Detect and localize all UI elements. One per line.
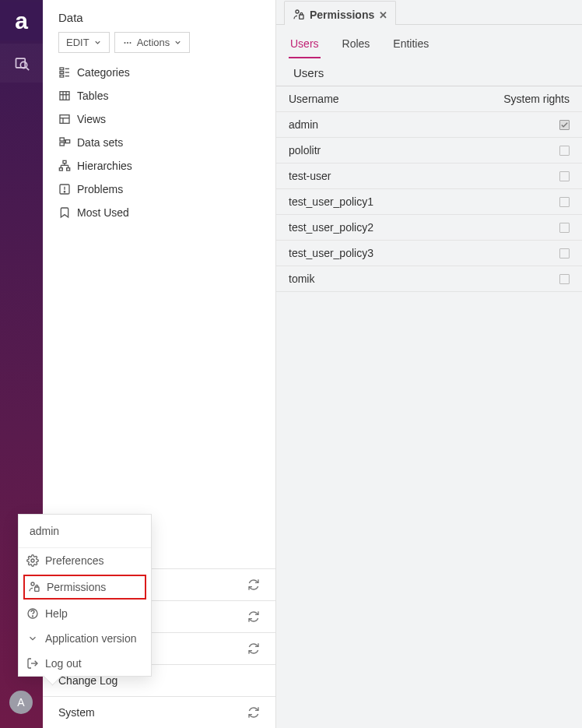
refresh-icon[interactable]	[247, 610, 260, 623]
sidebar-item-label: Most Used	[77, 206, 129, 219]
svg-rect-25	[59, 168, 62, 171]
window-tab-permissions[interactable]: Permissions ✕	[284, 1, 396, 25]
menu-dots-icon	[122, 38, 133, 47]
app-logo[interactable]: a	[0, 2, 43, 40]
table-row[interactable]: test_user_policy3	[276, 240, 582, 266]
search-icon[interactable]	[0, 44, 43, 83]
sidebar-item-hierarchies[interactable]: Hierarchies	[52, 154, 266, 178]
popover-item-help[interactable]: Help	[19, 601, 151, 626]
popover-item-application-version[interactable]: Application version	[19, 626, 151, 651]
popover-item-log-out[interactable]: Log out	[19, 651, 151, 676]
sidebar-item-data-sets[interactable]: Data sets	[52, 131, 266, 154]
cell-username: tomik	[289, 273, 484, 285]
most-used-icon	[58, 206, 71, 219]
sidebar-item-label: Tables	[77, 90, 108, 102]
system-rights-checkbox[interactable]	[559, 223, 570, 233]
popover-item-label: Log out	[45, 657, 82, 670]
svg-point-3	[124, 42, 125, 44]
system-rights-checkbox[interactable]	[559, 197, 570, 207]
refresh-icon[interactable]	[247, 706, 260, 719]
sidebar-item-label: Views	[77, 113, 106, 125]
svg-rect-36	[35, 587, 39, 591]
actions-button[interactable]: Actions	[114, 32, 191, 53]
table-row[interactable]: test-user	[276, 163, 582, 188]
panel-title: Users	[276, 58, 582, 86]
system-rights-checkbox[interactable]	[559, 248, 570, 258]
sidebar-item-problems[interactable]: Problems	[52, 178, 266, 201]
popover-username: admin	[19, 515, 151, 548]
actions-button-label: Actions	[137, 37, 170, 48]
popover-item-label: Permissions	[47, 581, 106, 593]
svg-rect-7	[60, 72, 64, 74]
table-row[interactable]: pololitr	[276, 137, 582, 163]
table-row[interactable]: test_user_policy1	[276, 188, 582, 214]
cell-rights	[484, 146, 570, 156]
chevron-down-icon	[93, 38, 102, 47]
sidebar-title: Data	[43, 0, 275, 32]
tab-entities[interactable]: Entities	[391, 33, 430, 58]
sidebar-item-views[interactable]: Views	[52, 107, 266, 131]
tab-users[interactable]: Users	[289, 33, 321, 58]
sidebar-item-label: Data sets	[77, 136, 123, 149]
avatar[interactable]: A	[9, 691, 33, 714]
cell-rights	[484, 274, 570, 284]
svg-rect-21	[65, 140, 69, 143]
tables-icon	[58, 90, 71, 102]
help-icon	[26, 607, 39, 620]
svg-rect-8	[60, 75, 64, 77]
tab-roles[interactable]: Roles	[341, 33, 372, 58]
svg-rect-26	[67, 168, 70, 171]
sidebar: Data EDIT Actions CategoriesTablesViewsD…	[43, 0, 276, 728]
svg-rect-20	[60, 142, 64, 146]
cell-username: pololitr	[289, 144, 484, 157]
popover-item-permissions[interactable]: Permissions	[23, 575, 146, 600]
sidebar-item-label: Categories	[77, 66, 130, 79]
views-icon	[58, 113, 71, 125]
popover-item-preferences[interactable]: Preferences	[19, 548, 151, 573]
sidebar-item-categories[interactable]: Categories	[52, 61, 266, 84]
table-header: Username System rights	[276, 86, 582, 111]
window-tabbar: Permissions ✕	[276, 0, 582, 25]
svg-point-33	[64, 192, 65, 192]
cell-rights	[484, 248, 570, 258]
system-rights-checkbox[interactable]	[559, 171, 570, 181]
sidebar-nav: CategoriesTablesViewsData setsHierarchie…	[43, 61, 275, 224]
svg-rect-16	[60, 115, 69, 124]
data-sets-icon	[58, 136, 71, 149]
sidebar-item-label: Hierarchies	[77, 160, 132, 172]
svg-point-4	[127, 42, 128, 44]
cell-rights	[484, 223, 570, 233]
user-popover: admin PreferencesPermissionsHelpApplicat…	[18, 514, 152, 677]
svg-line-2	[26, 68, 28, 70]
system-rights-checkbox[interactable]	[559, 146, 570, 156]
svg-point-40	[296, 10, 299, 13]
table-row[interactable]: tomik	[276, 266, 582, 292]
cell-rights	[484, 171, 570, 181]
svg-rect-19	[60, 138, 64, 141]
svg-rect-41	[300, 15, 303, 19]
sidebar-item-most-used[interactable]: Most Used	[52, 201, 266, 224]
table-row[interactable]: test_user_policy2	[276, 214, 582, 240]
svg-point-35	[31, 582, 34, 586]
table-row[interactable]: admin	[276, 111, 582, 137]
svg-point-5	[129, 42, 131, 44]
section-label: System	[58, 706, 95, 719]
svg-line-23	[64, 142, 65, 144]
sidebar-section-system[interactable]: System	[43, 696, 275, 728]
categories-icon	[58, 66, 71, 79]
close-icon[interactable]: ✕	[379, 9, 387, 21]
popover-item-label: Application version	[45, 632, 137, 645]
logout-icon	[26, 657, 39, 670]
sidebar-item-tables[interactable]: Tables	[52, 84, 266, 107]
edit-button-label: EDIT	[66, 37, 89, 48]
system-rights-checkbox[interactable]	[559, 274, 570, 284]
cell-rights	[484, 120, 570, 130]
refresh-icon[interactable]	[247, 579, 260, 591]
edit-button[interactable]: EDIT	[58, 32, 110, 53]
system-rights-checkbox[interactable]	[559, 120, 570, 130]
svg-rect-12	[60, 92, 69, 100]
popover-item-label: Help	[45, 607, 68, 620]
gear-icon	[26, 554, 39, 567]
main: Permissions ✕ UsersRolesEntities Users U…	[276, 0, 582, 728]
refresh-icon[interactable]	[247, 642, 260, 655]
